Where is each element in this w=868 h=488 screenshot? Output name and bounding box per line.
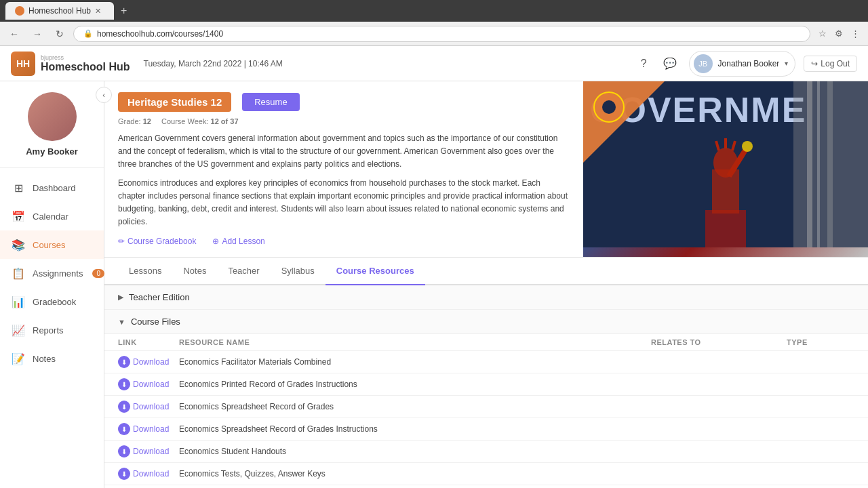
header-resource-name: Resource Name [179, 338, 651, 346]
download-icon: ⬇ [118, 468, 130, 480]
header-date: Tuesday, March 22nd 2022 | 10:46 AM [138, 59, 629, 68]
download-icon: ⬇ [118, 378, 130, 390]
svg-point-4 [602, 100, 616, 114]
tab-close-icon[interactable]: ✕ [95, 7, 101, 16]
tab-title: Homeschool Hub [28, 6, 91, 16]
help-icon[interactable]: ? [637, 55, 651, 73]
logo-title: Homeschool Hub [41, 61, 130, 73]
sidebar-label-reports: Reports [33, 325, 64, 336]
table-row: ⬇ Download Economics Facilitator Materia… [104, 351, 868, 373]
table-header: Link Resource Name Relates To Type [104, 334, 868, 351]
svg-rect-5 [705, 210, 746, 247]
browser-tab[interactable]: Homeschool Hub ✕ [5, 2, 114, 20]
resource-name: Economics Facilitator Materials Combined [179, 357, 651, 367]
plus-icon: ⊕ [212, 237, 219, 246]
user-dropdown[interactable]: JB Jonathan Booker ▾ [689, 51, 796, 77]
resource-name: Economics Spreadsheet Record of Grades I… [179, 424, 651, 434]
download-label: Download [133, 380, 169, 389]
tab-course-resources[interactable]: Course Resources [326, 258, 425, 285]
sidebar-item-reports[interactable]: 📈 Reports [0, 316, 104, 344]
download-label: Download [133, 469, 169, 479]
back-button[interactable]: ← [5, 26, 23, 42]
download-label: Download [133, 424, 169, 434]
gradebook-link-label: Course Gradebook [127, 237, 196, 246]
course-desc-2: Economics introduces and explores key pr… [118, 177, 570, 229]
svg-point-9 [713, 148, 738, 178]
header-right: ? 💬 JB Jonathan Booker ▾ ↪ Log Out [637, 51, 857, 77]
resume-button[interactable]: Resume [242, 93, 299, 111]
tab-lessons[interactable]: Lessons [118, 258, 172, 285]
tab-notes[interactable]: Notes [172, 258, 217, 285]
svg-rect-14 [807, 81, 812, 247]
tab-syllabus[interactable]: Syllabus [271, 258, 326, 285]
section-course-files[interactable]: ▼ Course Files [104, 310, 868, 334]
gradebook-icon: 📊 [11, 294, 26, 309]
download-button[interactable]: ⬇ Download [118, 401, 179, 413]
chevron-right-icon: ▶ [118, 293, 123, 302]
download-button[interactable]: ⬇ Download [118, 423, 179, 435]
download-button[interactable]: ⬇ Download [118, 356, 179, 368]
sidebar-label-gradebook: Gradebook [33, 297, 76, 307]
logo-text-area: bjupress Homeschool Hub [41, 54, 130, 73]
sidebar-item-calendar[interactable]: 📅 Calendar [0, 202, 104, 230]
browser-nav-bar: ← → ↻ 🔒 homeschoolhub.com/courses/1400 ☆… [0, 22, 868, 46]
download-button[interactable]: ⬇ Download [118, 468, 179, 480]
course-week-label: Course Week: 12 of 37 [161, 117, 239, 125]
download-icon: ⬇ [118, 423, 130, 435]
course-info: Heritage Studies 12 Resume Grade: 12 Cou… [104, 81, 583, 257]
course-gradebook-link[interactable]: ✏ Course Gradebook [118, 237, 196, 246]
section-course-files-label: Course Files [131, 317, 180, 327]
address-bar[interactable]: 🔒 homeschoolhub.com/courses/1400 [73, 26, 810, 42]
sidebar: ‹ Amy Booker ⊞ Dashboard 📅 Calendar 📚 [0, 81, 104, 488]
bookmark-icon[interactable]: ☆ [816, 26, 829, 41]
resource-list: ⬇ Download Economics Facilitator Materia… [104, 351, 868, 488]
header-relates-to: Relates To [651, 338, 787, 346]
edit-icon: ✏ [118, 237, 125, 246]
download-icon: ⬇ [118, 356, 130, 368]
sidebar-item-courses[interactable]: 📚 Courses [0, 230, 104, 259]
user-profile: Amy Booker [0, 81, 104, 168]
section-teacher-edition[interactable]: ▶ Teacher Edition [104, 285, 868, 310]
logo-icon: HH [11, 52, 35, 76]
courses-icon: 📚 [11, 237, 26, 252]
logout-button[interactable]: ↪ Log Out [804, 56, 857, 72]
header-type: Type [787, 338, 854, 346]
table-row: ⬇ Download Economics Video Lesson Guide [104, 485, 868, 488]
dashboard-icon: ⊞ [11, 180, 26, 195]
lock-icon: 🔒 [83, 29, 93, 38]
new-tab-button[interactable]: + [118, 5, 130, 17]
add-lesson-link[interactable]: ⊕ Add Lesson [212, 237, 264, 246]
sidebar-collapse-button[interactable]: ‹ [96, 87, 112, 103]
extensions-icon[interactable]: ⚙ [832, 26, 846, 41]
user-name: Jonathan Booker [718, 59, 780, 68]
avatar [28, 92, 77, 141]
reports-icon: 📈 [11, 323, 26, 338]
refresh-button[interactable]: ↻ [52, 26, 68, 42]
table-row: ⬇ Download Economics Student Handouts [104, 441, 868, 463]
main-layout: ‹ Amy Booker ⊞ Dashboard 📅 Calendar 📚 [0, 81, 868, 488]
resource-name: Economics Printed Record of Grades Instr… [179, 380, 651, 389]
download-button[interactable]: ⬇ Download [118, 445, 179, 458]
download-button[interactable]: ⬇ Download [118, 378, 179, 390]
course-title-bar: Heritage Studies 12 Resume [118, 92, 570, 112]
table-area: ▶ Teacher Edition ▼ Course Files Link Re… [104, 285, 868, 488]
notes-icon: 📝 [11, 351, 26, 366]
table-row: ⬇ Download Economics Tests, Quizzes, Ans… [104, 463, 868, 485]
tab-teacher[interactable]: Teacher [217, 258, 270, 285]
sidebar-item-gradebook[interactable]: 📊 Gradebook [0, 287, 104, 316]
course-header: Heritage Studies 12 Resume Grade: 12 Cou… [104, 81, 868, 258]
sidebar-item-notes[interactable]: 📝 Notes [0, 344, 104, 373]
browser-chrome: Homeschool Hub ✕ + [0, 0, 868, 22]
browser-nav-icons: ☆ ⚙ ⋮ [816, 26, 863, 41]
chat-icon[interactable]: 💬 [659, 54, 681, 73]
forward-button[interactable]: → [28, 26, 46, 42]
menu-icon[interactable]: ⋮ [848, 26, 863, 41]
course-image-bg: GOVERNME [583, 81, 868, 257]
course-title-badge: Heritage Studies 12 [118, 92, 231, 112]
sidebar-label-assignments: Assignments [33, 268, 83, 279]
svg-point-8 [742, 141, 753, 152]
sidebar-item-dashboard[interactable]: ⊞ Dashboard [0, 174, 104, 202]
sidebar-item-assignments[interactable]: 📋 Assignments 0 [0, 259, 104, 287]
download-label: Download [133, 447, 169, 456]
logout-label: Log Out [821, 59, 850, 68]
